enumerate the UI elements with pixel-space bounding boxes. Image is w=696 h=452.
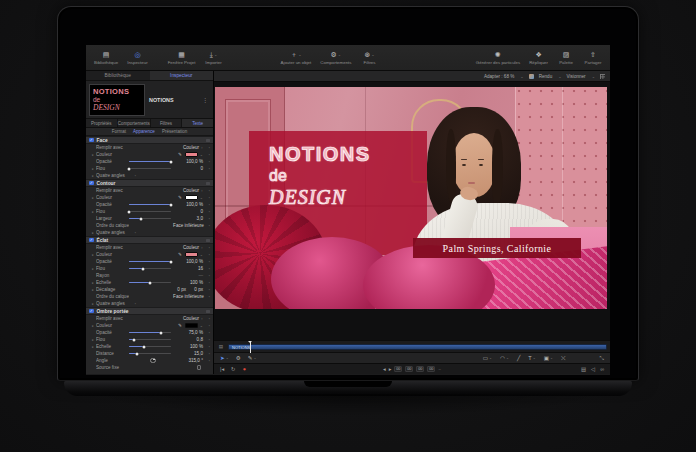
eyedropper-icon[interactable]: ✎ [178,252,182,257]
slider-track[interactable] [129,168,171,170]
tab-inspecteur[interactable]: Inspecteur [150,71,214,80]
toolbar-button-fenetre-projet[interactable]: ▦Fenêtre Projet [168,50,196,65]
timeline-clip[interactable]: NOTIONS [228,344,607,350]
slider-track[interactable] [129,346,171,348]
eyedropper-icon[interactable]: ✎ [178,195,182,200]
slider-knob[interactable] [142,345,145,348]
section-enable-checkbox[interactable]: ✓ [89,309,94,314]
slider-track[interactable] [129,332,171,334]
paint-tool[interactable]: ✎⌄ [248,355,257,361]
keyframe-menu-icon[interactable]: ▪ [205,267,210,271]
color-swatch[interactable] [185,152,198,158]
slider-value[interactable]: 100 % [177,344,203,349]
tab-bibliotheque[interactable]: Bibliothèque [86,71,150,80]
toolbar-button-comportements[interactable]: ⚙⌄Comportements [320,50,351,65]
section-enable-checkbox[interactable]: ✓ [89,181,94,186]
slider-knob[interactable] [170,260,173,263]
transform-tool[interactable]: ⤬ [561,355,565,361]
keyframe-menu-icon[interactable]: ▪ [205,167,210,171]
slider-knob[interactable] [128,167,131,170]
slider-knob[interactable] [170,160,173,163]
layout-grid-icon[interactable] [600,74,605,79]
go-to-start[interactable]: |◂ [220,366,224,373]
angle-value[interactable]: 315,0 ° [177,358,203,363]
timecode-minus-icon[interactable]: − [438,367,441,372]
keyframe-menu-icon[interactable]: ▪ [205,324,210,328]
slider-knob[interactable] [128,210,131,213]
mute[interactable]: ◁ [591,366,595,373]
subtab-presentation[interactable]: Présentation [162,129,187,134]
offset-y-value[interactable]: 0 px [186,287,203,292]
kebab-menu-icon[interactable]: ⋮ [202,96,210,103]
popup-value[interactable]: Couleur [173,245,199,250]
slider-knob[interactable] [159,331,162,334]
view-popup[interactable]: Visionner [567,74,586,79]
section-enable-checkbox[interactable]: ✓ [89,138,94,143]
play[interactable]: ▸ [389,366,392,373]
keyframe-menu-icon[interactable]: ▪ [205,359,210,363]
slider-knob[interactable] [142,267,145,270]
section-keyframe-menu-icon[interactable] [206,182,210,185]
section-keyframe-menu-icon[interactable] [206,239,210,242]
keyframe-menu-icon[interactable]: ▪ [205,146,210,150]
popup-value[interactable]: Couleur [173,145,199,150]
section-keyframe-menu-icon[interactable] [206,139,210,142]
slider-track[interactable] [129,161,171,163]
keyframe-menu-icon[interactable]: ▪ [131,302,136,306]
section-enable-checkbox[interactable]: ✓ [89,238,94,243]
keyframe-menu-icon[interactable]: ▪ [131,174,136,178]
keyframe-menu-icon[interactable]: ▪ [205,295,210,299]
section-keyframe-menu-icon[interactable] [206,310,210,313]
slider-value[interactable]: 16 [177,266,203,271]
color-swatch[interactable] [185,323,198,329]
rectangle-tool[interactable]: ▭⌄ [483,355,492,361]
keyframe-menu-icon[interactable]: ▪ [131,231,136,235]
slider-knob[interactable] [136,352,139,355]
color-swatch[interactable] [185,252,198,258]
slider-track[interactable] [129,353,171,355]
keyframe-menu-icon[interactable]: ▪ [205,260,210,264]
keyframe-menu-icon[interactable]: ▪ [205,224,210,228]
slider-track[interactable] [129,268,171,270]
slider-track[interactable] [129,218,171,220]
popup-value[interactable]: Couleur [173,316,199,321]
popup-value[interactable]: Face inférieure [173,223,199,228]
slider-knob[interactable] [170,203,173,206]
image-mask-tool[interactable]: ▣⌄ [544,355,553,361]
render-popup[interactable]: Rendu [539,74,553,79]
toolbar-button-partager[interactable]: ⇧Partager [584,50,602,65]
keyframe-menu-icon[interactable]: ▪ [205,246,210,250]
toolbar-button-generer-des-particules[interactable]: ✺Générer des particules [476,50,520,65]
adjust-tool[interactable]: ⚙ [236,355,241,361]
slider-value[interactable]: 3,0 [177,216,203,221]
keyframe-menu-icon[interactable]: ▪ [205,253,210,257]
tab-texte[interactable]: Texte [182,119,213,127]
text-tool[interactable]: T⌄ [528,355,535,361]
keyframe-menu-icon[interactable]: ▪ [205,288,210,292]
keyframe-menu-icon[interactable]: ▪ [205,210,210,214]
toolbar-button-ajouter-un-objet[interactable]: ＋⌄Ajouter un objet [281,50,312,65]
toolbar-button-bibliotheque[interactable]: ▤Bibliothèque [94,50,118,65]
subtab-apparence[interactable]: Apparence [133,129,155,134]
keyframe-menu-icon[interactable]: ▪ [205,331,210,335]
select-tool[interactable]: ➤⌄ [220,355,229,361]
keyframe-menu-icon[interactable]: ▪ [205,196,210,200]
popup-value[interactable]: Couleur [173,188,199,193]
keyframe-menu-icon[interactable]: ▪ [205,274,210,278]
bezier-tool[interactable]: ◠⌄ [500,355,509,361]
slider-value[interactable]: 100 % [177,280,203,285]
toolbar-button-repliquer[interactable]: ❖Répliquer [529,50,548,65]
popup-value[interactable]: Face inférieure [173,294,199,299]
keyframe-menu-icon[interactable]: ▪ [205,352,210,356]
keyframe-menu-icon[interactable]: ▪ [205,345,210,349]
slider-value[interactable]: 100,0 % [177,259,203,264]
keyframe-menu-icon[interactable]: ▪ [205,160,210,164]
toolbar-button-palette[interactable]: ▨Palette [557,50,575,65]
slider-value[interactable]: 100,0 % [177,159,203,164]
keyframe-menu-icon[interactable]: ▪ [205,189,210,193]
slider-track[interactable] [129,211,171,213]
slider-track[interactable] [129,204,171,206]
offset-x-value[interactable]: 0 px [169,287,186,292]
tab-filtres[interactable]: Filtres [151,119,183,127]
slider-knob[interactable] [139,217,142,220]
